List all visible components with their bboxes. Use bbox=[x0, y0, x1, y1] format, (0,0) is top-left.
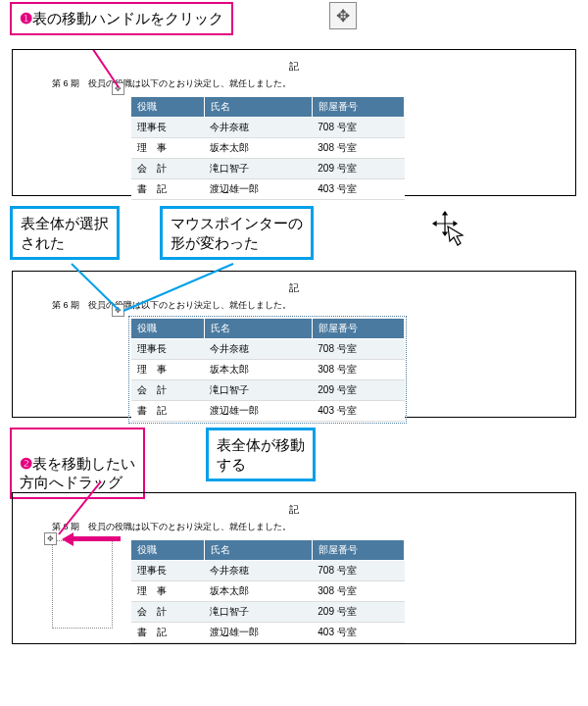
table-row: 書 記渡辺雄一郎403 号室 bbox=[131, 401, 405, 422]
step1-number: ❶ bbox=[20, 10, 32, 26]
document-panel-2: 記 第 6 期 役員の役職は以下のとおり決定し、就任しました。 ✥ 役職氏名部屋… bbox=[12, 271, 576, 418]
move-arrows-icon: ✥ bbox=[336, 6, 350, 26]
doc-heading: 記 bbox=[23, 281, 565, 295]
table-row: 理事長今井奈穂708 号室 bbox=[131, 339, 405, 360]
th-room: 部屋番号 bbox=[312, 97, 404, 118]
callout-moved: 表全体が移動 する bbox=[206, 428, 316, 481]
table-row: 書 記渡辺雄一郎403 号室 bbox=[131, 179, 405, 200]
move-handle-icon[interactable]: ✥ bbox=[329, 2, 357, 29]
step2-number: ❷ bbox=[20, 455, 32, 472]
table-move-handle[interactable]: ✥ bbox=[112, 82, 124, 95]
table-row: 会 計滝口智子209 号室 bbox=[131, 380, 405, 401]
th-role: 役職 bbox=[131, 97, 205, 118]
doc-heading: 記 bbox=[23, 503, 565, 517]
callout-pointer-changed: マウスポインターの 形が変わった bbox=[160, 206, 314, 260]
drag-arrow-icon bbox=[67, 536, 121, 541]
callout-step2: ❷表を移動したい 方向へドラッグ bbox=[10, 428, 145, 499]
table-row: 理 事坂本太郎308 号室 bbox=[131, 138, 405, 159]
drag-ghost-outline bbox=[52, 540, 113, 629]
document-panel-1: 記 第 6 期 役員の役職は以下のとおり決定し、就任しました。 ✥ 役職氏名部屋… bbox=[12, 49, 576, 196]
doc-heading: 記 bbox=[23, 60, 565, 74]
data-table-1: 役職氏名部屋番号 理事長今井奈穂708 号室 理 事坂本太郎308 号室 会 計… bbox=[130, 96, 405, 200]
step2-text: 表を移動したい 方向へドラッグ bbox=[20, 455, 135, 491]
table-row: 会 計滝口智子209 号室 bbox=[131, 159, 405, 179]
move-cursor-icon bbox=[431, 210, 470, 254]
th-name: 氏名 bbox=[204, 97, 312, 118]
table-row: 理 事坂本太郎308 号室 bbox=[131, 581, 405, 602]
document-panel-3: 記 第 6 期 役員の役職は以下のとおり決定し、就任しました。 ✥ 役職氏名部屋… bbox=[12, 492, 576, 644]
callout-selected: 表全体が選択 された bbox=[10, 206, 120, 260]
doc-subhead: 第 6 期 役員の役職は以下のとおり決定し、就任しました。 bbox=[52, 521, 565, 533]
table-row: 理 事坂本太郎308 号室 bbox=[131, 360, 405, 380]
doc-subhead: 第 6 期 役員の役職は以下のとおり決定し、就任しました。 bbox=[52, 77, 565, 90]
doc-subhead: 第 6 期 役員の役職は以下のとおり決定し、就任しました。 bbox=[52, 299, 565, 312]
data-table-2: 役職氏名部屋番号 理事長今井奈穂708 号室 理 事坂本太郎308 号室 会 計… bbox=[130, 318, 405, 422]
step1-text: 表の移動ハンドルをクリック bbox=[32, 10, 223, 26]
table-row: 理事長今井奈穂708 号室 bbox=[131, 118, 405, 138]
data-table-3: 役職氏名部屋番号 理事長今井奈穂708 号室 理 事坂本太郎308 号室 会 計… bbox=[130, 539, 405, 643]
table-row: 会 計滝口智子209 号室 bbox=[131, 602, 405, 623]
table-move-handle[interactable]: ✥ bbox=[112, 304, 124, 317]
table-row: 書 記渡辺雄一郎403 号室 bbox=[131, 623, 405, 643]
callout-step1: ❶表の移動ハンドルをクリック bbox=[10, 2, 233, 35]
table-row: 理事長今井奈穂708 号室 bbox=[131, 561, 405, 581]
